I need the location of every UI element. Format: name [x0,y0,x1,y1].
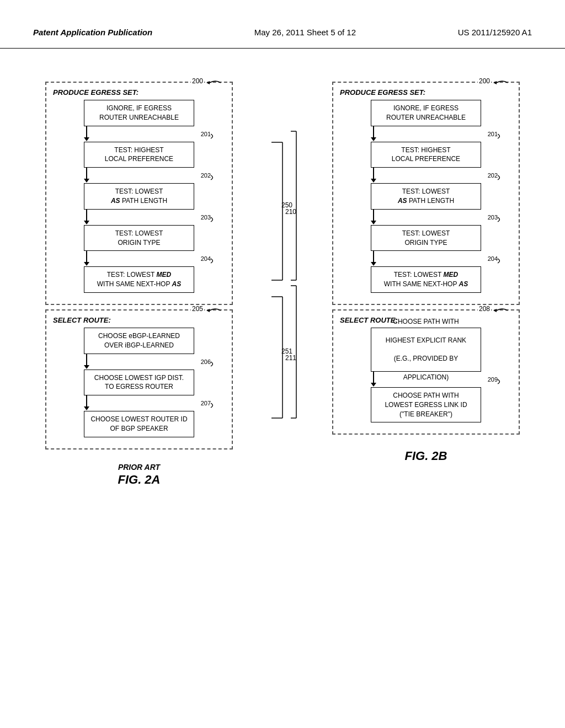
fig2a-arrow-1 [84,126,89,142]
fig2b-step208-curve-outer [491,305,513,315]
fig2a-step201-box: TEST: HIGHESTLOCAL PREFERENCE [84,142,194,168]
fig2b-arrow-2 [371,168,376,183]
header: Patent Application Publication May 26, 2… [0,0,565,49]
svg-marker-1 [206,309,210,312]
fig2b-badge-208: 208 [478,305,491,313]
fig2b-flowchart: PRODUCE EGRESS SET: 200 IGNORE, IF EGRES… [332,82,520,512]
svg-text:211: 211 [285,354,296,362]
svg-marker-19 [493,309,497,312]
fig2b-step201-curve [495,133,506,140]
fig2a-arrow-6 [84,395,89,411]
brackets-svg: 210 250 211 251 [266,126,299,512]
fig2a-prior-art: PRIOR ART [118,463,160,472]
fig2b-produce-label: PRODUCE EGRESS SET: [340,88,425,97]
fig2a-step203-box: TEST: LOWESTORIGIN TYPE [84,225,194,251]
fig2a-badge-arrow [204,77,226,87]
fig2a-arrow-4 [84,251,89,266]
middle-brackets: 210 250 211 251 [266,82,299,512]
fig2b-labels: FIG. 2B [404,448,447,463]
fig2a-step207-curve [208,402,219,409]
fig2b-arrow-3 [371,210,376,225]
fig2a-step202-box: TEST: LOWESTAS PATH LENGTH [84,183,194,210]
fig2b-step209-curve [495,378,506,385]
fig2b-step203-curve [495,216,506,223]
header-publication-type: Patent Application Publication [33,28,152,37]
fig2b-badge-arrow [491,77,513,87]
fig2a-step206-box: CHOOSE LOWEST IGP DIST.TO EGRESS ROUTER [84,370,194,396]
fig2a-arrow-5 [84,354,89,370]
svg-text:251: 251 [281,347,292,355]
header-date-sheet: May 26, 2011 Sheet 5 of 12 [254,28,356,37]
fig2a-step204-curve [208,258,219,264]
fig2a-step204-box: TEST: LOWEST MEDWITH SAME NEXT-HOP AS [84,266,194,293]
fig2b-arrow-4 [371,251,376,266]
fig2b-step201-box: TEST: HIGHESTLOCAL PREFERENCE [371,142,481,168]
fig2b-step204-box: TEST: LOWEST MEDWITH SAME NEXT-HOP AS [371,266,481,293]
fig2b-select-section: SELECT ROUTE: 208 CHOOSE PATH WITH HIGHE… [332,309,520,435]
fig2a-select-label: SELECT ROUTE: [53,316,111,324]
fig2b-fig-label: FIG. 2B [404,449,447,463]
fig2b-step203-box: TEST: LOWESTORIGIN TYPE [371,225,481,251]
fig2a-flowchart: PRODUCE EGRESS SET: 200 IGNORE, IF EGRES… [45,82,233,512]
fig2a-select-section: SELECT ROUTE: 205 CHOOSE eBGP-LEARNEDOVE… [45,309,233,449]
fig2b-badge-200: 200 [478,77,491,85]
fig2b-select-label: SELECT ROUTE: [340,316,398,324]
fig2a-step202-curve [208,174,219,181]
fig2a-step203-curve [208,216,219,223]
fig2b-step204-curve [495,258,506,264]
fig2b-step209-box: CHOOSE PATH WITHLOWEST EGRESS LINK ID("T… [371,387,481,422]
svg-text:210: 210 [285,208,296,216]
fig2a-step206-curve [208,361,219,367]
fig2a-arrow-3 [84,210,89,225]
fig2a-produce-section: PRODUCE EGRESS SET: 200 IGNORE, IF EGRES… [45,82,233,305]
svg-marker-18 [493,81,497,84]
fig2b-arrow-5 [371,372,376,387]
fig2a-arrow-2 [84,168,89,183]
fig2b-arrow-1 [371,126,376,142]
diagram-area: PRODUCE EGRESS SET: 200 IGNORE, IF EGRES… [0,49,565,523]
svg-marker-0 [206,81,210,84]
fig2a-step205-box: CHOOSE eBGP-LEARNEDOVER iBGP-LEARNED [84,328,194,354]
header-patent-number: US 2011/125920 A1 [458,28,532,37]
fig2a-labels: PRIOR ART FIG. 2A [118,463,160,487]
fig2a-step201-curve [208,133,219,140]
fig2a-badge-200: 200 [191,77,204,85]
fig2a-produce-label: PRODUCE EGRESS SET: [53,88,138,97]
page: Patent Application Publication May 26, 2… [0,0,565,728]
fig2a-step205-curve-outer [204,305,226,315]
fig2a-step207-box: CHOOSE LOWEST ROUTER IDOF BGP SPEAKER [84,411,194,437]
fig2a-ignore-box: IGNORE, IF EGRESSROUTER UNREACHABLE [84,100,194,126]
fig2b-step208-box: CHOOSE PATH WITH HIGHEST EXPLICIT RANK (… [371,328,481,372]
fig2a-badge-205: 205 [191,305,204,313]
fig2b-step202-box: TEST: LOWESTAS PATH LENGTH [371,183,481,210]
fig2b-step202-curve [495,174,506,181]
fig2b-ignore-box: IGNORE, IF EGRESSROUTER UNREACHABLE [371,100,481,126]
svg-text:250: 250 [281,201,292,209]
fig2a-fig-label: FIG. 2A [118,473,160,487]
fig2b-produce-section: PRODUCE EGRESS SET: 200 IGNORE, IF EGRES… [332,82,520,305]
